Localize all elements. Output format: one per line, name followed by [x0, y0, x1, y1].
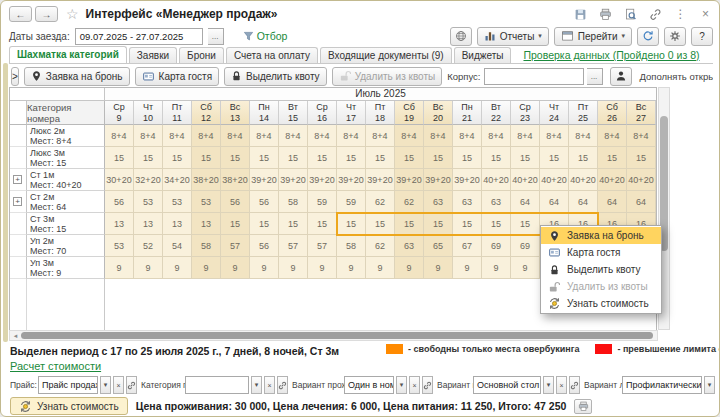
filter-link[interactable]: Отбор	[243, 30, 288, 42]
grid-cell[interactable]: 8+4	[105, 125, 134, 147]
copy-result-button[interactable]	[574, 399, 592, 414]
select-button[interactable]: ▾	[396, 376, 407, 394]
day-column-header[interactable]: Чт17	[337, 101, 366, 125]
grid-cell[interactable]: 15	[395, 147, 424, 169]
grid-cell[interactable]: 39+20	[366, 169, 395, 191]
grid-cell[interactable]: 8+4	[221, 125, 250, 147]
day-column-header[interactable]: Ср9	[105, 101, 134, 125]
context-menu-item-4[interactable]: Узнать стоимость	[541, 295, 661, 312]
grid-cell[interactable]: 15	[308, 147, 337, 169]
grid-cell[interactable]: 58	[192, 235, 221, 257]
day-column-header[interactable]: Пт25	[569, 101, 598, 125]
grid-cell[interactable]: 40+20	[598, 169, 627, 191]
grid-cell[interactable]: 9	[453, 257, 482, 279]
grid-cell[interactable]: 40+20	[540, 169, 569, 191]
select-button[interactable]: ▾	[251, 376, 262, 394]
category-row-header[interactable]: Ст 1мМест: 40+20	[27, 169, 105, 191]
context-menu-item-1[interactable]: Карта гостя	[541, 244, 661, 261]
grid-cell[interactable]: 15	[482, 213, 511, 235]
grid-cell[interactable]: 8+4	[134, 125, 163, 147]
grid-cell[interactable]: 62	[366, 235, 395, 257]
toolbar-button-0[interactable]: Заявка на бронь	[24, 67, 130, 86]
tab-5[interactable]: Виджеты	[454, 47, 512, 63]
grid-cell[interactable]: 15	[250, 213, 279, 235]
goto-button[interactable]: Перейти▾	[554, 27, 632, 46]
panel-splitter[interactable]	[3, 63, 8, 342]
grid-cell[interactable]: 56	[105, 191, 134, 213]
grid-cell[interactable]: 15	[105, 147, 134, 169]
select-button[interactable]: ▾	[100, 376, 111, 394]
grid-cell[interactable]: 57	[308, 235, 337, 257]
select-button[interactable]: ▾	[543, 376, 554, 394]
grid-cell[interactable]: 8+4	[366, 125, 395, 147]
day-column-header[interactable]: Сб12	[192, 101, 221, 125]
toolbar-button-2[interactable]: Выделить квоту	[224, 67, 327, 86]
grid-cell[interactable]: 62	[366, 191, 395, 213]
open-button[interactable]	[569, 376, 580, 394]
grid-cell[interactable]: 13	[134, 213, 163, 235]
tab-3[interactable]: Счета на оплату	[226, 47, 318, 63]
grid-cell[interactable]: 57	[279, 235, 308, 257]
grid-cell[interactable]: 9	[279, 257, 308, 279]
grid-cell[interactable]: 15	[337, 147, 366, 169]
day-column-header[interactable]: Пн21	[453, 101, 482, 125]
grid-cell[interactable]: 56	[221, 191, 250, 213]
open-button[interactable]	[277, 376, 288, 394]
close-icon[interactable]: ×	[698, 7, 713, 22]
grid-cell[interactable]: 39+20	[424, 169, 453, 191]
favorite-star-icon[interactable]: ☆	[66, 6, 79, 22]
grid-cell[interactable]: 15	[192, 147, 221, 169]
grid-cell[interactable]: 15	[163, 147, 192, 169]
grid-cell[interactable]: 39+20	[337, 169, 366, 191]
forward-button[interactable]: →	[35, 6, 58, 22]
grid-cell[interactable]: 63	[453, 191, 482, 213]
grid-cell[interactable]: 63	[482, 191, 511, 213]
grid-cell[interactable]: 8+4	[540, 125, 569, 147]
grid-cell[interactable]: 9	[395, 257, 424, 279]
select-button[interactable]: ▾	[704, 376, 715, 394]
grid-cell[interactable]: 8+4	[337, 125, 366, 147]
grid-cell[interactable]: 9	[192, 257, 221, 279]
grid-cell[interactable]: 9	[366, 257, 395, 279]
pricing-field-input-0[interactable]: Прайс продаж -	[38, 376, 98, 394]
clear-button[interactable]: ×	[556, 376, 567, 394]
grid-cell[interactable]: 9	[250, 257, 279, 279]
category-row-header[interactable]: Уп 3мМест: 9	[27, 257, 105, 279]
grid-cell[interactable]: 58	[337, 235, 366, 257]
grid-cell[interactable]: 9	[511, 257, 540, 279]
grid-cell[interactable]: 59	[337, 191, 366, 213]
grid-cell[interactable]: 52	[134, 235, 163, 257]
grid-cell[interactable]: 15	[221, 147, 250, 169]
grid-cell[interactable]: 15	[221, 213, 250, 235]
tab-1[interactable]: Заявки	[129, 47, 177, 63]
grid-cell[interactable]: 13	[192, 213, 221, 235]
tab-0[interactable]: Шахматка категорий	[9, 46, 127, 63]
korpus-input[interactable]	[484, 68, 584, 85]
grid-cell[interactable]: 59	[308, 191, 337, 213]
grid-cell[interactable]: 64	[569, 191, 598, 213]
open-button[interactable]	[126, 376, 137, 394]
grid-cell[interactable]: 15	[250, 147, 279, 169]
grid-cell[interactable]: 64	[598, 191, 627, 213]
grid-cell[interactable]: 8+4	[250, 125, 279, 147]
grid-cell[interactable]: 15	[453, 213, 482, 235]
grid-cell[interactable]: 8+4	[308, 125, 337, 147]
grid-cell[interactable]: 39+20	[395, 169, 424, 191]
more-icon[interactable]: ⋮	[673, 7, 688, 22]
grid-cell[interactable]: 53	[192, 191, 221, 213]
horizontal-scrollbar[interactable]: ◂	[9, 330, 658, 341]
pricing-field-input-2[interactable]: Один в номере	[344, 376, 394, 394]
grid-cell[interactable]: 9	[308, 257, 337, 279]
category-row-header[interactable]: Ст 3мМест: 15	[27, 213, 105, 235]
grid-cell[interactable]: 8+4	[163, 125, 192, 147]
pricing-section-link[interactable]: Расчет стоимости	[10, 360, 101, 372]
grid-cell[interactable]: 15	[279, 213, 308, 235]
day-column-header[interactable]: Пт11	[163, 101, 192, 125]
grid-cell[interactable]: 15	[134, 147, 163, 169]
grid-cell[interactable]: 69	[511, 235, 540, 257]
grid-cell[interactable]: 8+4	[569, 125, 598, 147]
settings-button[interactable]	[664, 27, 686, 46]
grid-cell[interactable]: 8+4	[598, 125, 627, 147]
expand-icon[interactable]: +	[13, 197, 22, 206]
day-column-header[interactable]: Сб26	[598, 101, 627, 125]
